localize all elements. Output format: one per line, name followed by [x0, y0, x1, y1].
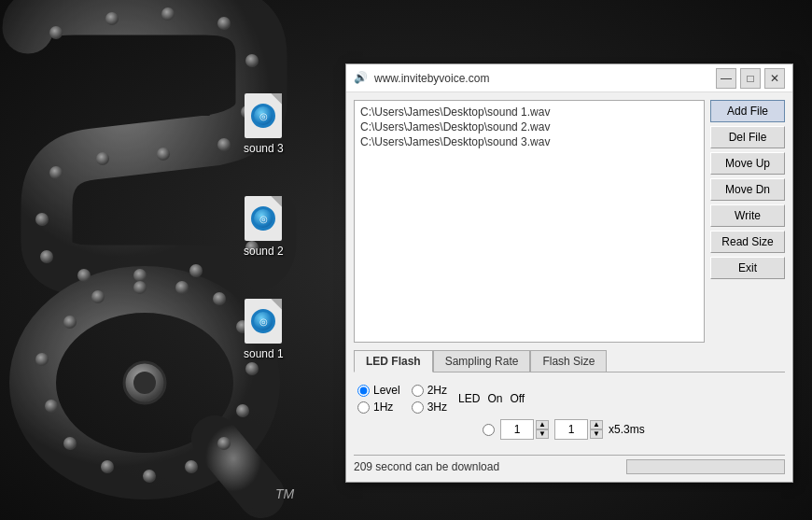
- titlebar-buttons: — □ ✕: [716, 68, 785, 89]
- radio-1hz-left[interactable]: 1Hz: [357, 401, 400, 414]
- file-icon-inner-sound3: [251, 104, 275, 128]
- radio-1hz-input[interactable]: [357, 401, 370, 414]
- svg-point-14: [77, 269, 91, 282]
- window-title: www.invitebyvoice.com: [374, 72, 716, 85]
- tab-led-flash[interactable]: LED Flash: [354, 350, 433, 372]
- radio-3hz-input[interactable]: [412, 401, 424, 414]
- radio-3hz-label: 3Hz: [427, 401, 447, 414]
- led-radio[interactable]: [483, 424, 495, 436]
- file-icon-inner-sound1: [251, 309, 275, 333]
- write-button[interactable]: Write: [710, 204, 785, 227]
- file-list-item-2[interactable]: C:\Users\James\Desktop\sound 3.wav: [358, 134, 700, 149]
- tab-sampling-rate[interactable]: Sampling Rate: [433, 350, 531, 372]
- spinner2-down[interactable]: ▼: [590, 429, 603, 439]
- svg-point-9: [157, 148, 170, 161]
- svg-point-20: [63, 437, 77, 450]
- radio-level[interactable]: Level: [357, 384, 400, 397]
- svg-point-24: [217, 437, 231, 450]
- read-size-button[interactable]: Read Size: [710, 231, 785, 253]
- svg-point-13: [40, 250, 53, 263]
- svg-point-11: [49, 166, 63, 179]
- desktop-icon-sound3[interactable]: sound 3: [244, 93, 284, 155]
- file-list-box[interactable]: C:\Users\James\Desktop\sound 1.wav C:\Us…: [354, 100, 705, 343]
- spinner1-up[interactable]: ▲: [536, 420, 549, 429]
- off-label: Off: [510, 392, 525, 405]
- controls-row-2: 1 ▲ ▼ 1 ▲ ▼: [357, 419, 781, 440]
- file-list-item-1[interactable]: C:\Users\James\Desktop\sound 2.wav: [358, 119, 700, 134]
- svg-point-16: [189, 264, 203, 277]
- svg-point-21: [101, 460, 114, 473]
- status-bar: 209 second can be download: [354, 455, 785, 474]
- exit-button[interactable]: Exit: [710, 257, 785, 279]
- led-group: LED On Off: [458, 392, 525, 405]
- svg-point-10: [96, 152, 109, 165]
- minimize-button[interactable]: —: [716, 68, 736, 89]
- spinner2-input[interactable]: 1: [554, 419, 588, 440]
- on-label: On: [487, 392, 502, 405]
- spinner2-group: 1 ▲ ▼: [554, 419, 603, 440]
- desktop-icon-sound2[interactable]: sound 2: [244, 196, 284, 258]
- tab-bar: LED Flash Sampling Rate Flash Size: [354, 350, 785, 372]
- window-content: C:\Users\James\Desktop\sound 1.wav C:\Us…: [346, 92, 792, 482]
- button-panel: Add File Del File Move Up Move Dn Write …: [710, 100, 785, 343]
- close-button[interactable]: ✕: [764, 68, 785, 89]
- file-icon-sound2: [245, 196, 282, 241]
- file-list-item-0[interactable]: C:\Users\James\Desktop\sound 1.wav: [358, 105, 700, 119]
- app-icon: 🔊: [354, 71, 369, 86]
- spinner1-input[interactable]: 1: [500, 419, 534, 440]
- svg-point-34: [133, 372, 156, 394]
- controls-row-1: Level 1Hz 2Hz: [357, 384, 781, 414]
- radio-2hz-label: 2Hz: [427, 384, 447, 397]
- spinner2-arrows: ▲ ▼: [590, 420, 603, 439]
- svg-point-8: [217, 138, 231, 151]
- file-icon-inner-sound2: [251, 206, 275, 231]
- tab-flash-size[interactable]: Flash Size: [530, 350, 607, 372]
- multiplier-label: x5.3ms: [609, 423, 645, 436]
- del-file-button[interactable]: Del File: [710, 126, 785, 148]
- svg-point-28: [213, 292, 226, 305]
- progress-bar: [626, 459, 785, 474]
- app-window: 🔊 www.invitebyvoice.com — □ ✕ C:\Users\J…: [345, 63, 793, 483]
- svg-point-31: [91, 290, 105, 303]
- spinner1-down[interactable]: ▼: [536, 429, 549, 439]
- maximize-button[interactable]: □: [740, 68, 761, 89]
- svg-point-32: [63, 316, 77, 329]
- svg-point-12: [35, 213, 49, 226]
- spinner1-arrows: ▲ ▼: [536, 420, 549, 439]
- svg-point-15: [133, 269, 147, 282]
- radio-level-input[interactable]: [357, 385, 370, 397]
- radio-3hz[interactable]: 3Hz: [412, 401, 447, 414]
- svg-point-6: [245, 54, 259, 67]
- spinner1-group: 1 ▲ ▼: [500, 419, 549, 440]
- svg-point-19: [45, 400, 58, 413]
- svg-point-5: [217, 17, 231, 30]
- svg-point-3: [105, 12, 119, 25]
- icon-label-sound1: sound 1: [244, 347, 284, 360]
- svg-point-25: [236, 404, 249, 417]
- desktop: TM sound 3 sound 2 sound 1 🔊 www.inviteb…: [0, 0, 812, 520]
- svg-point-26: [245, 362, 259, 375]
- desktop-icon-sound1[interactable]: sound 1: [244, 299, 284, 360]
- spinner2-up[interactable]: ▲: [590, 420, 603, 429]
- tm-mark: TM: [275, 486, 294, 501]
- led-radio-input[interactable]: [483, 424, 495, 436]
- main-area: C:\Users\James\Desktop\sound 1.wav C:\Us…: [354, 100, 785, 343]
- svg-point-23: [185, 460, 198, 473]
- spinner-row: 1 ▲ ▼ 1 ▲ ▼: [483, 419, 645, 440]
- icon-label-sound3: sound 3: [244, 142, 284, 155]
- svg-point-18: [35, 353, 49, 366]
- svg-point-2: [49, 26, 63, 39]
- move-up-button[interactable]: Move Up: [710, 152, 785, 175]
- svg-point-30: [133, 281, 147, 294]
- radio-2hz[interactable]: 2Hz: [412, 384, 447, 397]
- radio-group-hz: 2Hz 3Hz: [412, 384, 447, 414]
- radio-1hz-label: 1Hz: [373, 401, 393, 414]
- background-logo: [0, 0, 317, 520]
- file-icon-sound3: [245, 93, 282, 138]
- titlebar: 🔊 www.invitebyvoice.com — □ ✕: [346, 64, 792, 92]
- add-file-button[interactable]: Add File: [710, 100, 785, 122]
- move-dn-button[interactable]: Move Dn: [710, 178, 785, 201]
- status-text: 209 second can be download: [354, 460, 626, 473]
- radio-2hz-input[interactable]: [412, 385, 424, 397]
- icon-label-sound2: sound 2: [244, 245, 284, 258]
